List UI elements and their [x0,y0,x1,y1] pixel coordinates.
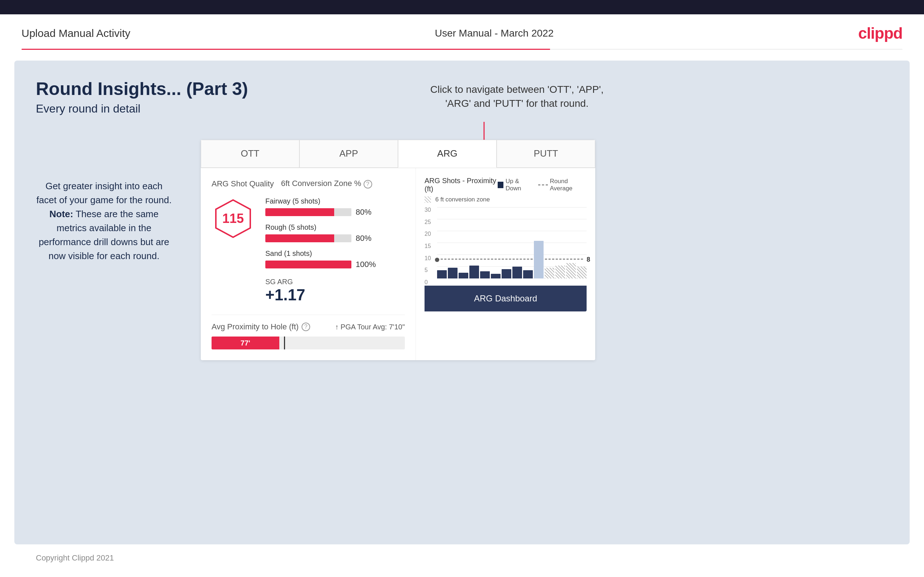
sand-bar-track [265,261,351,268]
nav-hint-text: Click to navigate between 'OTT', 'APP','… [430,84,604,109]
shot-row-fairway: Fairway (5 shots) 80% [265,197,405,217]
bar-5 [480,271,490,279]
right-panel: ARG Shots - Proximity (ft) Up & Down Rou… [416,168,595,360]
description-text: Get greater insight into each facet of y… [36,181,171,261]
sand-bar-row: 100% [265,260,405,269]
fairway-bar-track [265,208,351,216]
proximity-label: Avg Proximity to Hole (ft) ? [212,322,310,332]
clippd-logo: clippd [858,24,903,42]
fairway-pct: 80% [356,208,372,217]
hex-number: 115 [222,211,244,226]
right-panel-header: ARG Shots - Proximity (ft) Up & Down Rou… [425,177,586,193]
legend-up-down: Up & Down [498,178,533,192]
widget-body: ARG Shot Quality 6ft Conversion Zone % ?… [201,168,595,360]
bars-row [437,207,586,279]
shot-row-sand: Sand (1 shots) 100% [265,250,405,269]
sg-value: +1.17 [265,286,405,304]
bar-2 [448,268,457,279]
proximity-cursor [284,337,285,350]
top-bar [0,0,924,15]
bar-tall [534,241,544,279]
tab-arg[interactable]: ARG [398,140,497,168]
right-panel-title: ARG Shots - Proximity (ft) [425,177,498,193]
header-divider [21,49,903,50]
tabs-row: OTT APP ARG PUTT [201,140,595,168]
bar-h1 [544,268,554,279]
bar-9 [523,270,533,279]
bar-h2 [556,266,565,279]
legend-round-avg: Round Average [538,178,586,192]
proximity-section: Avg Proximity to Hole (ft) ? ↑ PGA Tour … [212,315,405,350]
sg-section: SG ARG +1.17 [265,278,405,304]
chart-y-labels: 0 5 10 15 20 25 30 [425,207,433,285]
bar-6 [491,274,501,279]
conversion-label: 6ft Conversion Zone % ? [281,179,372,189]
proximity-bar-fill: 77' [212,337,279,350]
dashboard-widget: OTT APP ARG PUTT ARG Shot Quality 6ft Co… [201,140,595,360]
left-panel: ARG Shot Quality 6ft Conversion Zone % ?… [201,168,416,360]
bar-3 [459,273,468,279]
proximity-help-icon[interactable]: ? [302,322,310,331]
legend-dashed-icon [538,185,548,185]
tab-putt[interactable]: PUTT [497,140,595,168]
legend-conversion-zone: 6 ft conversion zone [425,196,586,203]
dashed-value: 8 [586,256,590,263]
rough-bar-fill [265,234,334,242]
bar-h3 [566,263,576,279]
nav-hint: Click to navigate between 'OTT', 'APP','… [430,82,604,110]
fairway-label: Fairway (5 shots) [265,197,405,205]
fairway-bar-row: 80% [265,208,405,217]
rough-pct: 80% [356,234,372,243]
sg-label: SG ARG [265,278,405,286]
header: Upload Manual Activity User Manual - Mar… [0,15,924,49]
hex-container: 115 Fairway (5 shots) 80% Ro [212,197,405,304]
shot-row-rough: Rough (5 shots) 80% [265,223,405,243]
upload-activity-link[interactable]: Upload Manual Activity [21,27,131,39]
shot-quality-label: ARG Shot Quality [212,179,274,189]
fairway-bar-fill [265,208,334,216]
bar-7 [502,269,511,279]
legend-square-icon [498,182,503,188]
bar-1 [437,270,447,279]
tab-ott[interactable]: OTT [201,140,299,168]
pga-avg: ↑ PGA Tour Avg: 7'10" [335,323,405,331]
sand-bar-fill [265,261,351,268]
bar-h4 [577,267,586,279]
sand-label: Sand (1 shots) [265,250,405,258]
chart-inner: 8 [437,207,586,279]
shot-bars: Fairway (5 shots) 80% Rough (5 shots) [265,197,405,304]
footer: Copyright Clippd 2021 [36,553,114,562]
sand-pct: 100% [356,260,376,269]
bar-4 [469,266,479,279]
document-title: User Manual - March 2022 [435,27,554,39]
chart-area: 0 5 10 15 20 25 30 [425,207,586,285]
bar-8 [512,267,522,279]
rough-label: Rough (5 shots) [265,223,405,232]
legend-hatched-icon [425,197,431,203]
arg-dashboard-button[interactable]: ARG Dashboard [425,285,586,311]
proximity-header: Avg Proximity to Hole (ft) ? ↑ PGA Tour … [212,322,405,332]
tab-app[interactable]: APP [299,140,398,168]
legend: Up & Down Round Average [498,178,586,192]
rough-bar-track [265,234,351,242]
copyright-text: Copyright Clippd 2021 [36,553,114,562]
help-icon[interactable]: ? [363,180,372,189]
rough-bar-row: 80% [265,234,405,243]
hex-badge: 115 [212,197,255,240]
left-description: Get greater insight into each facet of y… [36,179,172,263]
proximity-bar-track: 77' [212,337,405,350]
panel-headers: ARG Shot Quality 6ft Conversion Zone % ? [212,179,405,189]
